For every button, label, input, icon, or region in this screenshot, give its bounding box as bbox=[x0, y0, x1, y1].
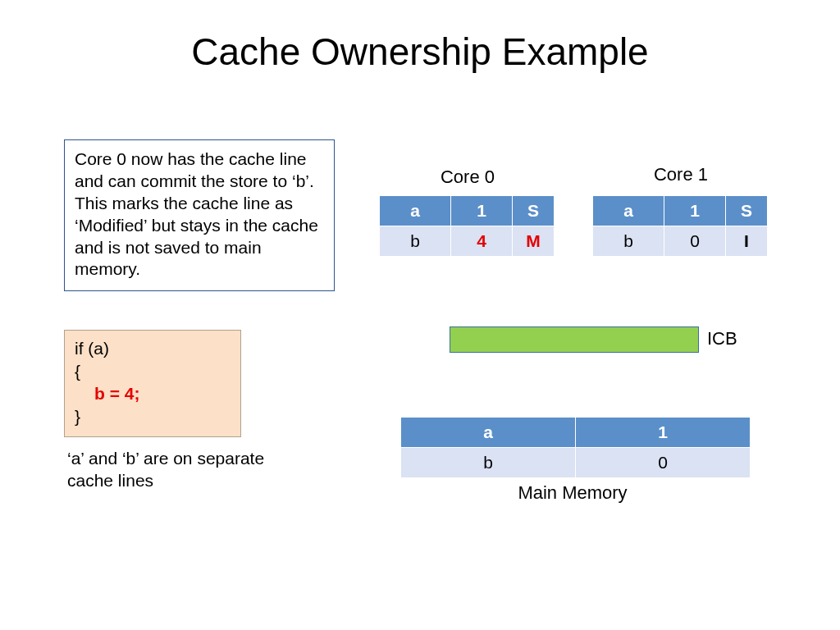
core1-cache-table: a 1 S b 0 I bbox=[592, 195, 768, 257]
mem-r1-var: a bbox=[401, 418, 576, 448]
mem-r2-val: 0 bbox=[576, 448, 751, 478]
table-row: a 1 S bbox=[380, 196, 555, 226]
table-row: a 1 S bbox=[593, 196, 768, 226]
core1-r2-state: I bbox=[726, 226, 768, 257]
mem-r1-val: 1 bbox=[576, 418, 751, 448]
main-memory-table: a 1 b 0 bbox=[400, 417, 751, 478]
core1-r2-val: 0 bbox=[664, 226, 726, 257]
core0-r1-var: a bbox=[380, 196, 451, 226]
table-row: b 4 M bbox=[380, 226, 555, 257]
slide-title: Cache Ownership Example bbox=[0, 30, 840, 74]
table-row: b 0 I bbox=[593, 226, 768, 257]
core0-cache-table: a 1 S b 4 M bbox=[379, 195, 555, 257]
core1-r1-val: 1 bbox=[664, 196, 726, 226]
code-line-2: { bbox=[75, 360, 231, 383]
icb-bar bbox=[450, 326, 699, 353]
core0-label: Core 0 bbox=[394, 167, 541, 188]
slide: Cache Ownership Example Core 0 now has t… bbox=[0, 0, 840, 630]
table-row: b 0 bbox=[401, 448, 751, 478]
main-memory-label: Main Memory bbox=[400, 482, 745, 504]
core1-r1-state: S bbox=[726, 196, 768, 226]
core0-r1-val: 1 bbox=[451, 196, 513, 226]
description-text: Core 0 now has the cache line and can co… bbox=[75, 149, 318, 278]
core0-r2-val: 4 bbox=[451, 226, 513, 257]
table-row: a 1 bbox=[401, 418, 751, 448]
code-box: if (a) { b = 4; } bbox=[64, 330, 241, 437]
footnote-text: ‘a’ and ‘b’ are on separate cache lines bbox=[67, 448, 281, 492]
core1-label: Core 1 bbox=[607, 164, 755, 185]
core0-r2-var: b bbox=[380, 226, 451, 257]
description-box: Core 0 now has the cache line and can co… bbox=[64, 139, 335, 291]
code-line-4: } bbox=[75, 405, 231, 428]
mem-r2-var: b bbox=[401, 448, 576, 478]
core0-r2-state: M bbox=[513, 226, 555, 257]
code-line-3: b = 4; bbox=[75, 382, 231, 405]
core0-r1-state: S bbox=[513, 196, 555, 226]
core1-r1-var: a bbox=[593, 196, 664, 226]
icb-label: ICB bbox=[707, 328, 737, 349]
core1-r2-var: b bbox=[593, 226, 664, 257]
code-line-1: if (a) bbox=[75, 337, 231, 360]
